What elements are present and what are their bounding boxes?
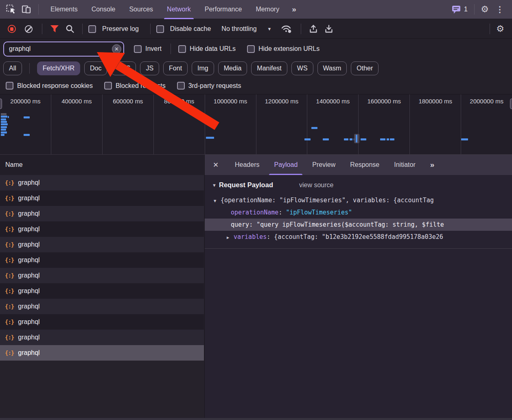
kebab-menu-icon[interactable]: ⋮ <box>492 4 508 14</box>
tab-console[interactable]: Console <box>85 0 123 19</box>
import-har-icon[interactable] <box>307 22 320 35</box>
checkbox-blocked-requests[interactable] <box>104 82 112 90</box>
type-chip-wasm[interactable]: Wasm <box>317 61 347 75</box>
toolbar-divider <box>490 24 490 34</box>
timeline-activity-bar <box>1 131 7 133</box>
request-row[interactable]: {:}graphql <box>0 237 204 252</box>
network-conditions-icon[interactable] <box>278 22 295 35</box>
type-chip-js[interactable]: JS <box>140 61 159 75</box>
payload-tree-row[interactable]: ▶variables: {accountTag: "b12e3b2192ee55… <box>205 231 512 243</box>
request-row[interactable]: {:}graphql <box>0 345 204 361</box>
expander-closed-icon[interactable]: ▶ <box>227 231 234 243</box>
issues-count: 1 <box>464 6 468 13</box>
close-details-icon[interactable]: ✕ <box>209 158 223 172</box>
timeline-activity-bar <box>390 138 394 140</box>
type-chip-font[interactable]: Font <box>163 61 188 75</box>
timeline-left-handle[interactable] <box>0 98 2 109</box>
issues-counter[interactable]: 1 <box>448 4 471 14</box>
type-chip-other[interactable]: Other <box>351 61 379 75</box>
view-source-link[interactable]: view source <box>299 182 333 189</box>
request-row[interactable]: {:}graphql <box>0 330 204 345</box>
timeline-tick-label: 600000 ms <box>103 94 154 154</box>
throttling-dropdown[interactable]: No throttling ▼ <box>221 25 271 33</box>
disable-cache-checkbox[interactable] <box>156 25 164 33</box>
checkbox-3rd-party-requests[interactable] <box>177 82 185 90</box>
request-name: graphql <box>18 334 39 341</box>
more-panels-icon[interactable]: » <box>288 5 300 14</box>
network-overview-timeline[interactable]: 200000 ms400000 ms600000 ms800000 ms1000… <box>0 94 512 155</box>
more-detail-tabs-icon[interactable]: » <box>426 160 438 169</box>
fetch-xhr-icon: {:} <box>5 210 14 217</box>
network-settings-gear-icon[interactable]: ⚙ <box>493 22 507 36</box>
details-tab-response[interactable]: Response <box>343 155 387 175</box>
timeline-activity-bar <box>304 138 311 140</box>
section-expander-icon[interactable]: ▼ <box>212 183 219 188</box>
request-row[interactable]: {:}graphql <box>0 299 204 314</box>
hide-extension-urls-label: Hide extension URLs <box>258 45 319 52</box>
request-row[interactable]: {:}graphql <box>0 190 204 206</box>
inspect-element-icon[interactable] <box>4 2 18 16</box>
request-row[interactable]: {:}graphql <box>0 252 204 268</box>
toolbar-divider <box>474 4 475 15</box>
type-chip-ws[interactable]: WS <box>291 61 313 75</box>
clear-network-log-button[interactable] <box>25 25 33 33</box>
filter-input[interactable] <box>3 42 124 57</box>
tab-performance[interactable]: Performance <box>198 0 249 19</box>
expander-open-icon[interactable]: ▼ <box>214 195 221 206</box>
type-chip-css[interactable]: CSS <box>111 61 136 75</box>
name-column-header[interactable]: Name <box>0 155 204 175</box>
timeline-tick-label: 1400000 ms <box>307 94 359 154</box>
invert-checkbox[interactable] <box>134 45 142 53</box>
settings-gear-icon[interactable]: ⚙ <box>478 2 492 16</box>
fetch-xhr-icon: {:} <box>5 272 14 279</box>
timeline-right-handle[interactable] <box>510 98 512 109</box>
request-row[interactable]: {:}graphql <box>0 175 204 190</box>
request-row[interactable]: {:}graphql <box>0 268 204 283</box>
request-row[interactable]: {:}graphql <box>0 283 204 299</box>
details-tab-payload[interactable]: Payload <box>267 155 305 175</box>
type-chip-manifest[interactable]: Manifest <box>251 61 287 75</box>
tab-sources[interactable]: Sources <box>122 0 160 19</box>
payload-string-segment: "ipFlowTimeseries" <box>286 209 352 216</box>
fetch-xhr-icon: {:} <box>5 288 14 294</box>
resource-type-filter-row: AllFetch/XHRDocCSSJSFontImgMediaManifest… <box>0 59 512 77</box>
type-chip-fetch-xhr[interactable]: Fetch/XHR <box>37 61 80 75</box>
type-chip-media[interactable]: Media <box>218 61 247 75</box>
timeline-tick-label: 400000 ms <box>51 94 103 154</box>
timeline-selected-request-marker[interactable] <box>354 134 359 143</box>
record-network-log-button[interactable] <box>8 25 16 33</box>
request-name: graphql <box>18 195 39 202</box>
hide-extension-urls-checkbox[interactable] <box>247 45 255 53</box>
search-icon[interactable] <box>63 22 77 35</box>
fetch-xhr-icon: {:} <box>5 319 14 325</box>
timeline-tick-label: 1800000 ms <box>410 94 461 154</box>
payload-tree-row[interactable]: operationName: "ipFlowTimeseries" <box>205 206 512 219</box>
tab-elements[interactable]: Elements <box>44 0 85 19</box>
payload-plain-segment: : <box>249 221 256 228</box>
details-tab-headers[interactable]: Headers <box>228 155 267 175</box>
preserve-log-checkbox[interactable] <box>88 25 96 33</box>
type-chip-img[interactable]: Img <box>192 61 214 75</box>
payload-tree-row[interactable]: query: "query ipFlowTimeseries($accountT… <box>205 219 512 231</box>
tab-network[interactable]: Network <box>160 0 198 19</box>
request-row[interactable]: {:}graphql <box>0 314 204 330</box>
hide-data-urls-checkbox[interactable] <box>178 45 186 53</box>
payload-tree-row[interactable]: ▼{operationName: "ipFlowTimeseries", var… <box>205 194 512 206</box>
toolbar-divider <box>171 44 171 54</box>
filter-icon[interactable] <box>48 22 61 35</box>
checkbox-blocked-response-cookies[interactable] <box>6 82 13 90</box>
bottom-scrollbar-track[interactable] <box>0 418 512 420</box>
type-chip-all[interactable]: All <box>3 61 22 75</box>
details-tab-preview[interactable]: Preview <box>305 155 343 175</box>
tab-memory[interactable]: Memory <box>249 0 286 19</box>
request-row[interactable]: {:}graphql <box>0 221 204 237</box>
fetch-xhr-icon: {:} <box>5 226 14 232</box>
export-har-icon[interactable] <box>322 22 335 35</box>
clear-filter-icon[interactable]: ✕ <box>112 44 121 54</box>
invert-label: Invert <box>145 45 162 52</box>
type-chip-doc[interactable]: Doc <box>84 61 107 75</box>
details-tab-initiator[interactable]: Initiator <box>387 155 422 175</box>
device-toolbar-icon[interactable] <box>20 2 33 16</box>
toolbar-divider <box>150 24 151 34</box>
request-row[interactable]: {:}graphql <box>0 206 204 221</box>
